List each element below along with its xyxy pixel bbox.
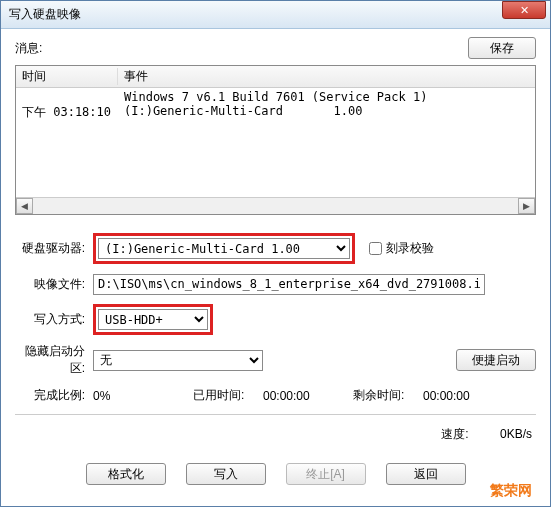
scroll-right-icon[interactable]: ▶	[518, 198, 535, 214]
save-button[interactable]: 保存	[468, 37, 536, 59]
hide-partition-select[interactable]: 无	[93, 350, 263, 371]
log-row: 下午 03:18:10 (I:)Generic-Multi-Card 1.00	[16, 104, 535, 121]
log-time: 下午 03:18:10	[16, 104, 118, 121]
close-button[interactable]: ✕	[502, 1, 546, 19]
write-button[interactable]: 写入	[186, 463, 266, 485]
highlight-write-mode: USB-HDD+	[93, 304, 213, 335]
highlight-drive: (I:)Generic-Multi-Card 1.00	[93, 233, 355, 264]
speed-label: 速度:	[441, 427, 468, 441]
window-title: 写入硬盘映像	[9, 6, 81, 23]
status-row: 完成比例: 0% 已用时间: 00:00:00 剩余时间: 00:00:00	[15, 387, 536, 404]
log-row: Windows 7 v6.1 Build 7601 (Service Pack …	[16, 90, 535, 104]
speed-row: 速度: 0KB/s	[15, 426, 536, 443]
log-event: (I:)Generic-Multi-Card 1.00	[118, 104, 535, 121]
progress-label: 完成比例:	[15, 387, 93, 404]
verify-checkbox-wrap[interactable]: 刻录校验	[369, 240, 434, 257]
log-header-time[interactable]: 时间	[16, 68, 118, 85]
log-time	[16, 90, 118, 104]
close-icon: ✕	[520, 4, 529, 17]
back-button[interactable]: 返回	[386, 463, 466, 485]
drive-label: 硬盘驱动器:	[15, 240, 93, 257]
log-header: 时间 事件	[16, 66, 535, 88]
log-event: Windows 7 v6.1 Build 7601 (Service Pack …	[118, 90, 535, 104]
image-label: 映像文件:	[15, 276, 93, 293]
scrollbar-horizontal[interactable]: ◀ ▶	[16, 197, 535, 214]
watermark-text: 繁荣网	[490, 482, 532, 500]
speed-value: 0KB/s	[472, 427, 532, 441]
convenient-boot-button[interactable]: 便捷启动	[456, 349, 536, 371]
log-body[interactable]: Windows 7 v6.1 Build 7601 (Service Pack …	[16, 88, 535, 197]
elapsed-label: 已用时间:	[193, 387, 263, 404]
abort-button: 终止[A]	[286, 463, 366, 485]
titlebar: 写入硬盘映像 ✕	[1, 1, 550, 29]
elapsed-value: 00:00:00	[263, 389, 353, 403]
scroll-track[interactable]	[33, 198, 518, 214]
progress-value: 0%	[93, 389, 193, 403]
message-label: 消息:	[15, 40, 42, 57]
image-path-input[interactable]	[93, 274, 485, 295]
log-panel: 时间 事件 Windows 7 v6.1 Build 7601 (Service…	[15, 65, 536, 215]
verify-label: 刻录校验	[386, 240, 434, 257]
format-button[interactable]: 格式化	[86, 463, 166, 485]
drive-select[interactable]: (I:)Generic-Multi-Card 1.00	[98, 238, 350, 259]
verify-checkbox[interactable]	[369, 242, 382, 255]
write-mode-select[interactable]: USB-HDD+	[98, 309, 208, 330]
write-mode-label: 写入方式:	[15, 311, 93, 328]
divider	[15, 414, 536, 416]
scroll-left-icon[interactable]: ◀	[16, 198, 33, 214]
log-header-event[interactable]: 事件	[118, 68, 535, 85]
remain-label: 剩余时间:	[353, 387, 423, 404]
hide-partition-label: 隐藏启动分区:	[15, 343, 93, 377]
remain-value: 00:00:00	[423, 389, 470, 403]
